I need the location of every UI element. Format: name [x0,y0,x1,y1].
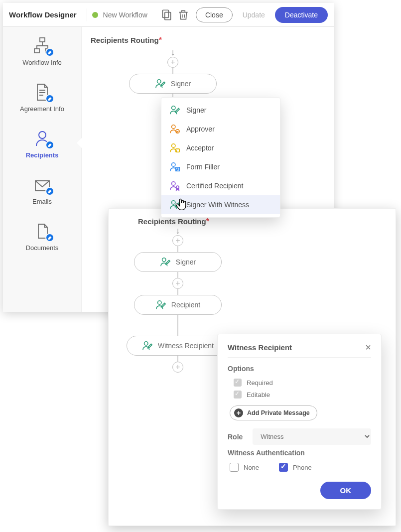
trash-icon[interactable] [177,8,190,21]
svg-point-6 [157,80,160,83]
edit-badge-icon [45,187,54,196]
recipient-node-signer[interactable]: Signer [134,252,222,272]
documents-icon [32,221,52,241]
dd-label: Form Filler [186,163,220,171]
status-dot-icon [92,12,98,18]
status-text: New Workflow [103,11,147,19]
auth-phone-checkbox[interactable] [279,463,288,472]
edit-badge-icon [45,233,54,242]
dd-label: Certified Recipient [186,182,243,190]
svg-point-14 [172,182,175,185]
required-checkbox[interactable] [234,379,242,387]
dd-item-form-filler[interactable]: Form Filler [161,157,280,176]
deactivate-button[interactable]: Deactivate [275,7,328,23]
editable-label: Editable [247,391,270,399]
dd-item-certified[interactable]: Certified Recipient [161,176,280,195]
dd-item-acceptor[interactable]: Acceptor [161,138,280,157]
close-icon[interactable]: × [365,342,371,352]
dd-label: Signer [186,106,206,114]
svg-point-10 [172,144,175,147]
connector [177,289,178,295]
dd-label: Approver [186,125,215,133]
add-node-button[interactable]: + [172,235,183,246]
dd-label: Signer With Witness [186,201,249,209]
add-node-button[interactable]: + [167,57,178,68]
dd-label: Acceptor [186,144,214,152]
plus-icon: + [234,408,243,417]
editable-checkbox[interactable] [234,391,242,399]
connector [172,68,173,74]
auth-none-checkbox[interactable] [230,463,239,472]
connector [177,272,178,278]
add-node-button[interactable]: + [172,362,183,373]
close-button[interactable]: Close [196,7,233,22]
svg-rect-1 [165,12,171,19]
recipient-label: Signer [176,258,196,266]
update-button[interactable]: Update [240,10,268,19]
arrow-down-icon: ↓ [176,226,180,235]
svg-point-8 [172,125,175,129]
dd-item-signer[interactable]: Signer [161,101,280,120]
svg-point-17 [162,258,165,262]
properties-title: Witness Recipient [228,343,292,352]
recipient-label: Recipient [171,301,200,309]
section-title: Recipients Routing [138,217,206,226]
svg-point-5 [39,132,46,138]
required-star-icon: * [206,217,209,226]
connector [177,315,178,336]
recipient-label: Witness Recipient [158,342,214,350]
add-private-message-button[interactable]: + Add Private Message [230,405,317,420]
sidebar-item-emails[interactable]: Emails [3,166,81,212]
edit-badge-icon [45,140,54,149]
ok-button[interactable]: OK [320,482,372,499]
recipient-label: Signer [171,80,191,88]
recipient-node-signer[interactable]: Signer [129,74,217,94]
recipients-icon [32,129,52,148]
svg-rect-0 [162,10,168,17]
role-label: Role [228,433,243,441]
auth-none-label: None [244,464,259,471]
add-node-button[interactable]: + [172,278,183,289]
sidebar-item-label: Recipients [6,151,78,159]
recipient-node-witness[interactable]: Witness Recipient [127,336,229,356]
svg-rect-2 [40,38,45,42]
recipient-node-recipient[interactable]: Recipient [134,295,222,315]
app-title: Workflow Designer [9,10,77,19]
arrow-down-icon: ↓ [171,48,175,57]
connector [177,356,178,362]
sidebar-item-label: Emails [6,198,78,205]
sidebar-item-recipients[interactable]: Recipients [3,120,81,166]
top-bar: Workflow Designer New Workflow Close Upd… [3,3,334,27]
separator [87,8,87,21]
required-label: Required [247,379,273,387]
section-title: Recipients Routing [91,36,159,44]
copy-icon[interactable] [160,8,173,21]
svg-point-18 [157,301,161,304]
auth-heading: Witness Authentication [228,449,371,457]
cursor-hand-icon [174,197,188,211]
connector [177,246,178,252]
sidebar-item-label: Documents [6,244,78,252]
emails-icon [32,175,52,195]
required-star-icon: * [159,36,162,44]
svg-point-12 [172,163,175,166]
properties-panel: Witness Recipient × Options Required Edi… [217,334,382,510]
svg-point-19 [144,342,148,345]
options-heading: Options [228,365,371,373]
role-select[interactable]: Witness [253,428,371,445]
sidebar-item-documents[interactable]: Documents [3,212,81,259]
add-private-label: Add Private Message [247,409,310,416]
svg-point-7 [172,106,175,110]
auth-phone-label: Phone [293,464,312,471]
dd-item-approver[interactable]: Approver [161,120,280,138]
